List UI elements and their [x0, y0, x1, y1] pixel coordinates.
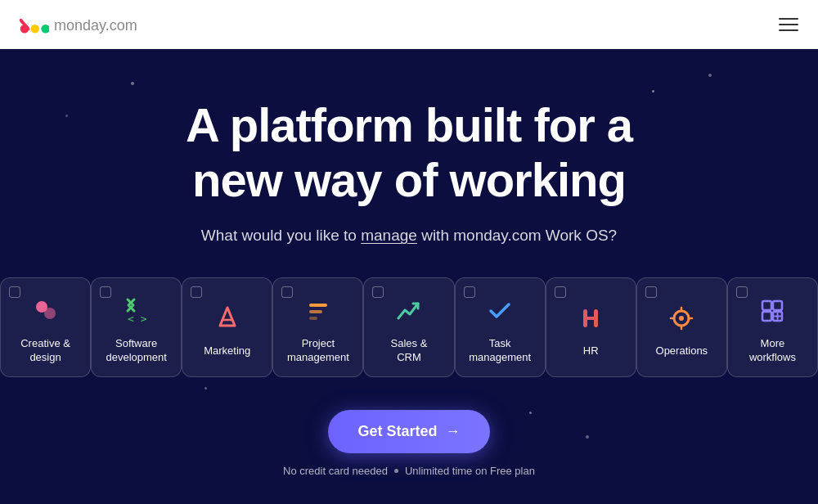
card-icon-sales	[391, 293, 427, 329]
star-4	[708, 74, 712, 77]
hero-section: A platform built for a new way of workin…	[0, 49, 818, 504]
svg-text:< >: < >	[128, 313, 147, 325]
svg-marker-7	[220, 308, 235, 326]
svg-point-5	[44, 308, 56, 319]
hero-title: A platform built for a new way of workin…	[186, 98, 632, 207]
card-operations[interactable]: Operations	[636, 277, 727, 377]
hamburger-line-1	[779, 18, 798, 20]
card-marketing[interactable]: Marketing	[182, 277, 272, 377]
svg-rect-10	[309, 310, 322, 313]
card-software-dev[interactable]: < > Softwaredevelopment	[91, 277, 182, 377]
hero-subtitle: What would you like to manage with monda…	[201, 227, 617, 245]
logo-icon	[20, 15, 49, 34]
cta-button-label: Get Started	[357, 423, 437, 440]
card-creative-design[interactable]: Creative &design	[0, 277, 91, 377]
svg-point-16	[679, 316, 684, 321]
card-icon-software: < >	[119, 293, 155, 329]
svg-rect-11	[309, 317, 317, 320]
hamburger-line-2	[779, 24, 798, 25]
card-label-task: Taskmanagement	[469, 337, 531, 365]
card-checkbox-creative	[9, 286, 20, 298]
card-icon-project	[300, 293, 336, 329]
get-started-button[interactable]: Get Started →	[328, 410, 489, 453]
star-1	[131, 82, 134, 85]
card-icon-hr	[573, 300, 609, 336]
card-checkbox-more	[736, 286, 748, 298]
card-label-creative: Creative &design	[20, 337, 70, 365]
card-label-project: Projectmanagement	[287, 337, 349, 365]
cta-arrow-icon: →	[446, 423, 461, 440]
card-icon-task	[482, 293, 518, 329]
card-checkbox-hr	[555, 286, 566, 298]
svg-point-2	[41, 25, 49, 34]
card-checkbox-software	[100, 286, 111, 298]
category-cards-row: Creative &design < > Softwaredevelopment	[0, 277, 818, 377]
svg-rect-21	[762, 301, 771, 310]
card-icon-creative	[28, 293, 64, 329]
card-more-workflows[interactable]: Moreworkflows	[727, 277, 818, 377]
card-checkbox-operations	[645, 286, 657, 298]
card-icon-more	[754, 293, 790, 329]
card-hr[interactable]: HR	[546, 277, 636, 377]
card-label-more: Moreworkflows	[749, 337, 796, 365]
hamburger-menu[interactable]	[779, 18, 798, 31]
header: monday.com	[0, 0, 818, 49]
logo-text: monday.com	[54, 14, 137, 35]
svg-rect-22	[773, 301, 782, 310]
cta-note-part1: No credit card needed	[283, 465, 388, 477]
card-checkbox-task	[464, 286, 475, 298]
cta-section: Get Started → No credit card needed Unli…	[283, 410, 535, 477]
card-icon-marketing	[209, 300, 245, 336]
star-5	[204, 387, 207, 389]
svg-rect-23	[762, 312, 771, 321]
svg-rect-14	[583, 317, 598, 320]
hamburger-line-3	[779, 29, 798, 31]
card-label-software: Softwaredevelopment	[106, 337, 166, 365]
card-icon-operations	[663, 300, 699, 336]
card-checkbox-project	[281, 286, 293, 298]
card-checkbox-sales	[372, 286, 384, 298]
logo[interactable]: monday.com	[20, 14, 137, 35]
card-task-mgmt[interactable]: Taskmanagement	[455, 277, 546, 377]
card-label-marketing: Marketing	[204, 344, 250, 358]
card-label-sales: Sales &CRM	[391, 337, 428, 365]
card-label-hr: HR	[583, 344, 599, 358]
cta-note: No credit card needed Unlimited time on …	[283, 465, 535, 477]
card-project-mgmt[interactable]: Projectmanagement	[272, 277, 363, 377]
star-2	[65, 115, 68, 117]
card-label-operations: Operations	[656, 344, 708, 358]
star-7	[586, 435, 589, 439]
svg-point-1	[31, 25, 40, 34]
card-checkbox-marketing	[191, 286, 202, 298]
star-3	[652, 90, 654, 92]
cta-note-separator	[394, 469, 398, 473]
card-sales-crm[interactable]: Sales &CRM	[363, 277, 454, 377]
star-6	[529, 412, 532, 414]
svg-rect-9	[309, 304, 327, 307]
cta-note-part2: Unlimited time on Free plan	[405, 465, 535, 477]
